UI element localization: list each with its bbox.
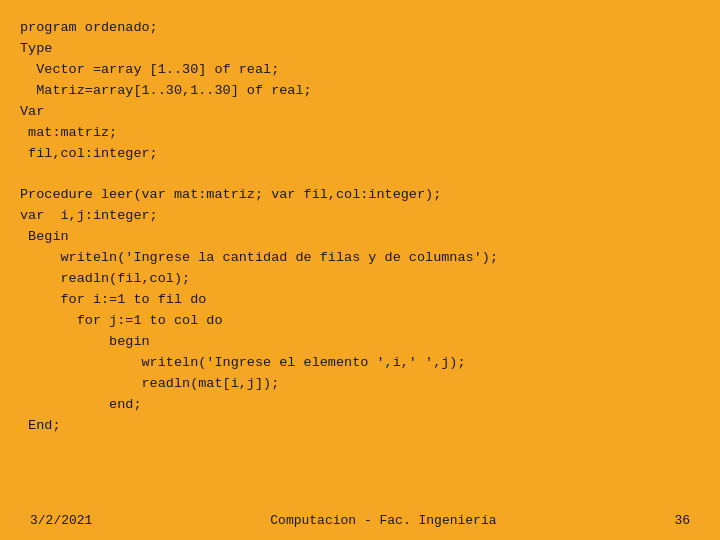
code-area: program ordenado; Type Vector =array [1.… xyxy=(0,0,720,505)
code-line-4: Matriz=array[1..30,1..30] of real; xyxy=(20,83,312,98)
code-line-1: program ordenado; xyxy=(20,20,158,35)
code-line-11: Begin xyxy=(20,229,69,244)
footer-page: 36 xyxy=(674,513,690,528)
code-line-19: end; xyxy=(20,397,142,412)
code-line-6: mat:matriz; xyxy=(20,125,117,140)
code-line-12: writeln('Ingrese la cantidad de filas y … xyxy=(20,250,498,265)
code-line-17: writeln('Ingrese el elemento ',i,' ',j); xyxy=(20,355,466,370)
code-line-2: Type xyxy=(20,41,52,56)
code-line-20: End; xyxy=(20,418,61,433)
code-line-5: Var xyxy=(20,104,44,119)
footer-date: 3/2/2021 xyxy=(30,513,92,528)
code-line-18: readln(mat[i,j]); xyxy=(20,376,279,391)
footer: 3/2/2021 Computacion - Fac. Ingeniería 3… xyxy=(0,505,720,540)
code-line-10: var i,j:integer; xyxy=(20,208,158,223)
code-line-15: for j:=1 to col do xyxy=(20,313,223,328)
code-line-13: readln(fil,col); xyxy=(20,271,190,286)
slide: program ordenado; Type Vector =array [1.… xyxy=(0,0,720,540)
footer-title: Computacion - Fac. Ingeniería xyxy=(270,513,496,528)
code-line-16: begin xyxy=(20,334,150,349)
code-line-9: Procedure leer(var mat:matriz; var fil,c… xyxy=(20,187,441,202)
code-line-14: for i:=1 to fil do xyxy=(20,292,206,307)
code-line-3: Vector =array [1..30] of real; xyxy=(20,62,279,77)
code-block: program ordenado; Type Vector =array [1.… xyxy=(20,18,700,436)
code-line-7: fil,col:integer; xyxy=(20,146,158,161)
